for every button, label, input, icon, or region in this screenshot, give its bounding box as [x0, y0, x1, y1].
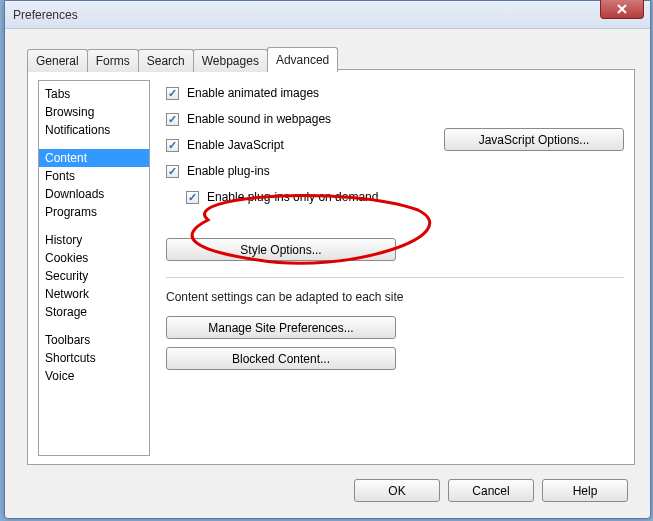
sidebar-item-cookies[interactable]: Cookies	[39, 249, 149, 267]
tabstrip: General Forms Search Webpages Advanced	[27, 47, 337, 72]
checkbox-animated-images[interactable]	[166, 87, 179, 100]
sidebar-item-network[interactable]: Network	[39, 285, 149, 303]
help-button[interactable]: Help	[542, 479, 628, 502]
tab-advanced[interactable]: Advanced	[267, 47, 338, 72]
label-javascript: Enable JavaScript	[187, 138, 284, 152]
site-settings-note: Content settings can be adapted to each …	[166, 290, 624, 304]
label-sound: Enable sound in webpages	[187, 112, 331, 126]
preferences-window: Preferences General Forms Search Webpage…	[4, 0, 651, 519]
sidebar-item-toolbars[interactable]: Toolbars	[39, 331, 149, 349]
sidebar-item-browsing[interactable]: Browsing	[39, 103, 149, 121]
javascript-options-button[interactable]: JavaScript Options...	[444, 128, 624, 151]
sidebar-item-shortcuts[interactable]: Shortcuts	[39, 349, 149, 367]
sidebar-item-storage[interactable]: Storage	[39, 303, 149, 321]
close-button[interactable]	[600, 0, 644, 19]
titlebar: Preferences	[5, 1, 650, 29]
sidebar-item-security[interactable]: Security	[39, 267, 149, 285]
checkbox-plugins[interactable]	[166, 165, 179, 178]
tab-search[interactable]: Search	[138, 49, 194, 72]
dialog-footer: OK Cancel Help	[354, 479, 628, 502]
style-options-button[interactable]: Style Options...	[166, 238, 396, 261]
sidebar-item-programs[interactable]: Programs	[39, 203, 149, 221]
sidebar-spacer	[39, 321, 149, 331]
sidebar-item-downloads[interactable]: Downloads	[39, 185, 149, 203]
sidebar-item-history[interactable]: History	[39, 231, 149, 249]
content-pane: Enable animated images Enable sound in w…	[166, 80, 624, 374]
sidebar-item-content[interactable]: Content	[39, 149, 149, 167]
sidebar-spacer	[39, 139, 149, 149]
sidebar-spacer	[39, 221, 149, 231]
cancel-button[interactable]: Cancel	[448, 479, 534, 502]
tab-general[interactable]: General	[27, 49, 88, 72]
divider	[166, 277, 624, 278]
sidebar-item-voice[interactable]: Voice	[39, 367, 149, 385]
sidebar-item-fonts[interactable]: Fonts	[39, 167, 149, 185]
close-icon	[617, 4, 627, 14]
sidebar-item-tabs[interactable]: Tabs	[39, 85, 149, 103]
ok-button[interactable]: OK	[354, 479, 440, 502]
checkbox-sound[interactable]	[166, 113, 179, 126]
tab-forms[interactable]: Forms	[87, 49, 139, 72]
manage-site-preferences-button[interactable]: Manage Site Preferences...	[166, 316, 396, 339]
label-plugins: Enable plug-ins	[187, 164, 270, 178]
label-plugins-on-demand: Enable plug-ins only on demand	[207, 190, 378, 204]
checkbox-javascript[interactable]	[166, 139, 179, 152]
sidebar-item-notifications[interactable]: Notifications	[39, 121, 149, 139]
label-animated-images: Enable animated images	[187, 86, 319, 100]
window-title: Preferences	[13, 8, 78, 22]
blocked-content-button[interactable]: Blocked Content...	[166, 347, 396, 370]
tab-panel: Tabs Browsing Notifications Content Font…	[27, 69, 635, 465]
checkbox-plugins-on-demand[interactable]	[186, 191, 199, 204]
sidebar: Tabs Browsing Notifications Content Font…	[38, 80, 150, 456]
tab-webpages[interactable]: Webpages	[193, 49, 268, 72]
